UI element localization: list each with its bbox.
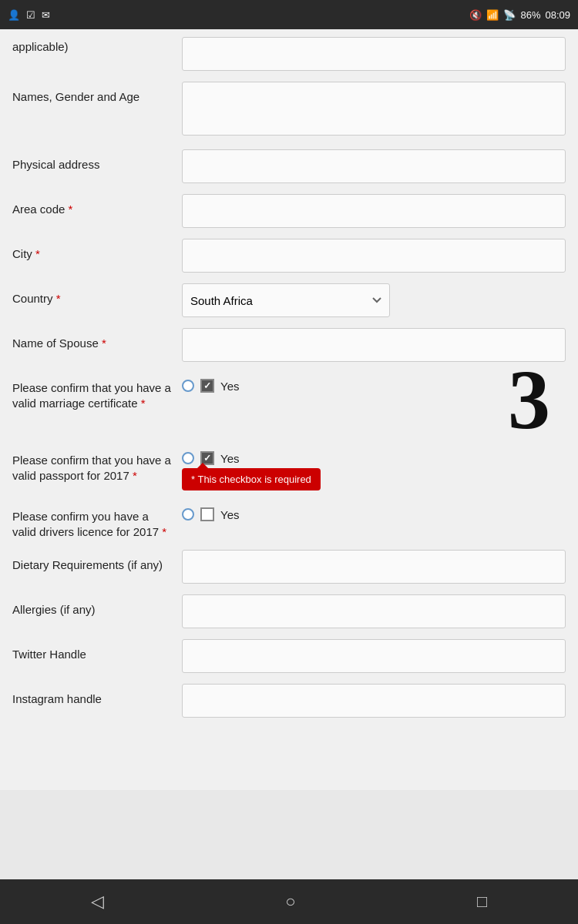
- area-code-label: Area code *: [12, 194, 182, 217]
- check-icon: ☑: [26, 9, 35, 21]
- spouse-label: Name of Spouse *: [12, 328, 182, 351]
- passport-checkbox-row: Yes: [182, 445, 566, 465]
- drivers-licence-row: Please confirm you have a valid drivers …: [12, 501, 566, 539]
- marriage-cert-yes-label: Yes: [220, 380, 239, 393]
- instagram-field: [182, 684, 566, 718]
- person-icon: 👤: [8, 9, 20, 21]
- names-gender-age-label: Names, Gender and Age: [12, 82, 182, 105]
- drivers-licence-checkbox[interactable]: [200, 507, 214, 521]
- dietary-label: Dietary Requirements (if any): [12, 550, 182, 573]
- top-cutoff-field: [182, 37, 566, 71]
- physical-address-input[interactable]: [182, 149, 566, 183]
- passport-radio[interactable]: [182, 452, 194, 464]
- area-code-input[interactable]: [182, 194, 566, 228]
- names-gender-age-input[interactable]: [182, 82, 566, 136]
- nav-bar: ◁ ○ □: [0, 879, 578, 924]
- spouse-row: Name of Spouse *: [12, 328, 566, 362]
- passport-label: Please confirm that you have a valid pas…: [12, 445, 182, 483]
- recent-button[interactable]: □: [454, 884, 510, 919]
- allergies-label: Allergies (if any): [12, 594, 182, 618]
- status-bar: 👤 ☑ ✉ 🔇 📶 📡 86% 08:09: [0, 0, 578, 29]
- signal-icon: 📡: [503, 9, 516, 21]
- drivers-licence-field: Yes: [182, 501, 566, 521]
- time-display: 08:09: [545, 9, 570, 21]
- passport-field: Yes * This checkbox is required: [182, 445, 566, 490]
- passport-required: *: [133, 469, 137, 482]
- twitter-row: Twitter Handle: [12, 639, 566, 673]
- city-row: City *: [12, 239, 566, 273]
- status-right: 🔇 📶 📡 86% 08:09: [469, 9, 570, 21]
- marriage-cert-row: Please confirm that you have a valid mar…: [12, 373, 566, 434]
- dietary-row: Dietary Requirements (if any): [12, 550, 566, 584]
- top-cutoff-row: applicable): [12, 37, 566, 71]
- top-cutoff-input[interactable]: [182, 37, 566, 71]
- spouse-required: *: [102, 336, 106, 350]
- country-field: South Africa United Kingdom United State…: [182, 283, 566, 317]
- marriage-cert-label: Please confirm that you have a valid mar…: [12, 373, 182, 410]
- area-code-field: [182, 194, 566, 228]
- drivers-licence-yes-label: Yes: [220, 508, 239, 521]
- country-required: *: [56, 292, 61, 305]
- passport-row: Please confirm that you have a valid pas…: [12, 445, 566, 490]
- drivers-licence-radio[interactable]: [182, 508, 194, 521]
- twitter-input[interactable]: [182, 639, 566, 673]
- drivers-licence-required: *: [162, 525, 166, 538]
- city-required: *: [35, 247, 40, 260]
- physical-address-label: Physical address: [12, 149, 182, 172]
- country-select[interactable]: South Africa United Kingdom United State…: [182, 283, 390, 317]
- drivers-licence-label: Please confirm you have a valid drivers …: [12, 501, 182, 539]
- instagram-input[interactable]: [182, 684, 566, 718]
- twitter-label: Twitter Handle: [12, 639, 182, 662]
- country-label: Country *: [12, 283, 182, 306]
- drivers-licence-checkbox-row: Yes: [182, 501, 566, 521]
- instagram-label: Instagram handle: [12, 684, 182, 707]
- wifi-icon: 📶: [486, 9, 499, 21]
- marriage-cert-required: *: [141, 397, 146, 410]
- allergies-input[interactable]: [182, 594, 566, 628]
- city-label: City *: [12, 239, 182, 262]
- city-field: [182, 239, 566, 273]
- status-left: 👤 ☑ ✉: [8, 9, 50, 21]
- battery-text: 86%: [520, 9, 540, 21]
- dietary-field: [182, 550, 566, 584]
- passport-yes-label: Yes: [220, 452, 239, 465]
- area-code-row: Area code *: [12, 194, 566, 228]
- country-row: Country * South Africa United Kingdom Un…: [12, 283, 566, 317]
- dietary-input[interactable]: [182, 550, 566, 584]
- home-button[interactable]: ○: [262, 884, 318, 919]
- big-number-3: 3: [508, 357, 550, 442]
- physical-address-row: Physical address: [12, 149, 566, 183]
- allergies-field: [182, 594, 566, 628]
- instagram-row: Instagram handle: [12, 684, 566, 718]
- names-gender-age-field: [182, 82, 566, 139]
- email-icon: ✉: [42, 9, 50, 21]
- city-input[interactable]: [182, 239, 566, 273]
- allergies-row: Allergies (if any): [12, 594, 566, 628]
- back-button[interactable]: ◁: [68, 884, 127, 919]
- top-cutoff-label: applicable): [12, 37, 182, 53]
- twitter-field: [182, 639, 566, 673]
- physical-address-field: [182, 149, 566, 183]
- mute-icon: 🔇: [469, 9, 482, 21]
- error-message: * This checkbox is required: [182, 468, 321, 490]
- area-code-required: *: [69, 203, 73, 216]
- marriage-cert-radio[interactable]: [182, 380, 194, 392]
- marriage-cert-checkbox[interactable]: [200, 379, 214, 393]
- form-container: applicable) Names, Gender and Age Physic…: [0, 29, 578, 790]
- names-gender-age-row: Names, Gender and Age: [12, 82, 566, 139]
- passport-error-tooltip: * This checkbox is required: [182, 465, 566, 490]
